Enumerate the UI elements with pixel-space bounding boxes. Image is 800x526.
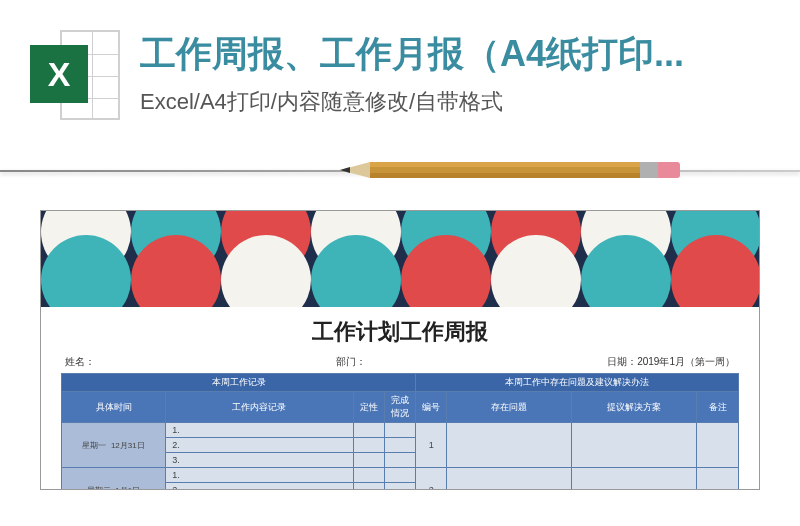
issue-cell — [447, 423, 572, 468]
report-table: 本周工作记录 本周工作中存在问题及建议解决办法 具体时间 工作内容记录 定性 完… — [61, 373, 739, 490]
th-seq: 编号 — [416, 392, 447, 423]
done-cell — [384, 468, 415, 483]
done-cell — [384, 453, 415, 468]
name-label: 姓名： — [65, 355, 95, 369]
th-done: 完成情况 — [384, 392, 415, 423]
nature-cell — [353, 468, 384, 483]
nature-cell — [353, 453, 384, 468]
document-body: 工作计划工作周报 姓名： 部门： 日期：2019年1月（第一周） 本周工作记录 … — [41, 307, 759, 490]
done-cell — [384, 483, 415, 491]
excel-badge: X — [30, 45, 88, 103]
header-section: X 工作周报、工作月报（A4纸打印... Excel/A4打印/内容随意修改/自… — [0, 0, 800, 140]
seq-cell: 2 — [416, 468, 447, 491]
table-body: 星期一 12月31日1.12.3.星期二 1月1日1.22.3.星期三 1月2日… — [62, 423, 739, 491]
seq-cell: 1 — [416, 423, 447, 468]
page-title: 工作周报、工作月报（A4纸打印... — [140, 30, 770, 79]
meta-row: 姓名： 部门： 日期：2019年1月（第一周） — [61, 355, 739, 369]
th-nature: 定性 — [353, 392, 384, 423]
title-area: 工作周报、工作月报（A4纸打印... Excel/A4打印/内容随意修改/自带格… — [140, 30, 770, 117]
done-cell — [384, 423, 415, 438]
content-cell: 1. — [166, 423, 353, 438]
template-preview: 工作计划工作周报 姓名： 部门： 日期：2019年1月（第一周） 本周工作记录 … — [40, 210, 760, 490]
th-time: 具体时间 — [62, 392, 166, 423]
excel-icon: X — [30, 30, 120, 120]
content-cell: 2. — [166, 483, 353, 491]
th-issue: 存在问题 — [447, 392, 572, 423]
decorative-header — [41, 211, 759, 307]
solution-cell — [572, 423, 697, 468]
content-cell: 1. — [166, 468, 353, 483]
date-label: 日期：2019年1月（第一周） — [607, 355, 735, 369]
th-content: 工作内容记录 — [166, 392, 353, 423]
note-cell — [697, 423, 739, 468]
th-solution: 提议解决方案 — [572, 392, 697, 423]
note-cell — [697, 468, 739, 491]
content-cell: 3. — [166, 453, 353, 468]
divider-section — [0, 150, 800, 210]
right-group-header: 本周工作中存在问题及建议解决办法 — [416, 374, 739, 392]
content-cell: 2. — [166, 438, 353, 453]
day-cell: 星期二 1月1日 — [62, 468, 166, 491]
day-cell: 星期一 12月31日 — [62, 423, 166, 468]
nature-cell — [353, 483, 384, 491]
th-note: 备注 — [697, 392, 739, 423]
nature-cell — [353, 423, 384, 438]
left-group-header: 本周工作记录 — [62, 374, 416, 392]
nature-cell — [353, 438, 384, 453]
done-cell — [384, 438, 415, 453]
document-title: 工作计划工作周报 — [61, 317, 739, 347]
issue-cell — [447, 468, 572, 491]
solution-cell — [572, 468, 697, 491]
table-row: 星期二 1月1日1.2 — [62, 468, 739, 483]
pencil-icon — [340, 162, 680, 178]
dept-label: 部门： — [336, 355, 366, 369]
page-subtitle: Excel/A4打印/内容随意修改/自带格式 — [140, 87, 770, 117]
table-row: 星期一 12月31日1.1 — [62, 423, 739, 438]
